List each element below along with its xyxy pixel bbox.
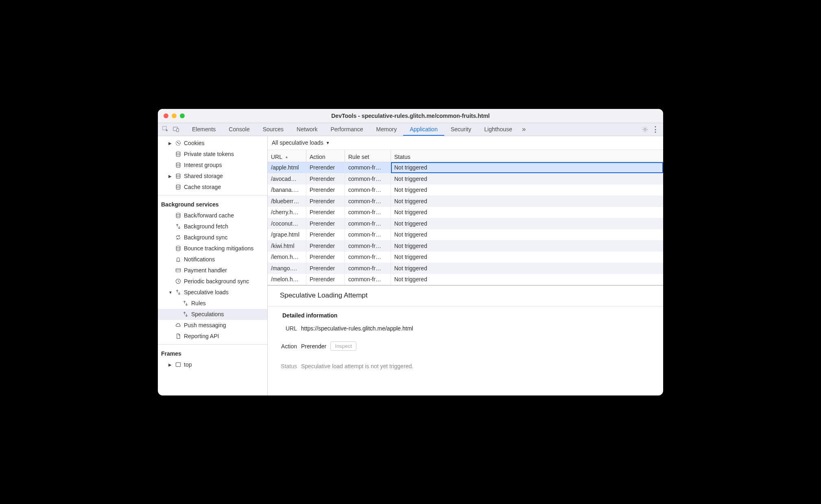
- kebab-menu-icon[interactable]: ⋮: [650, 124, 661, 135]
- content-area: All speculative loads ▼ URL▲ Action Rule…: [268, 136, 663, 395]
- tab-sources[interactable]: Sources: [256, 124, 290, 135]
- file-icon: [175, 333, 181, 339]
- speculations-table: URL▲ Action Rule set Status /apple.htmlP…: [268, 150, 663, 286]
- tab-application[interactable]: Application: [403, 124, 444, 135]
- cell-action: Prerender: [306, 207, 345, 218]
- titlebar: DevTools - speculative-rules.glitch.me/c…: [158, 109, 663, 123]
- svg-point-12: [176, 246, 180, 248]
- sidebar-item-push-messaging[interactable]: Push messaging: [158, 320, 267, 331]
- tab-network[interactable]: Network: [290, 124, 324, 135]
- table-row[interactable]: /mango.…Prerendercommon-fr…Not triggered: [268, 263, 663, 274]
- cell-status: Not triggered: [391, 240, 663, 252]
- table-row[interactable]: /cherry.h…Prerendercommon-fr…Not trigger…: [268, 207, 663, 218]
- table-row[interactable]: /banana.…Prerendercommon-fr…Not triggere…: [268, 185, 663, 196]
- frame-icon: [175, 361, 181, 368]
- sidebar-item-label: Reporting API: [184, 333, 219, 339]
- cell-rule: common-fr…: [345, 185, 391, 196]
- table-row[interactable]: /coconut…Prerendercommon-fr…Not triggere…: [268, 218, 663, 229]
- filter-dropdown[interactable]: All speculative loads ▼: [268, 136, 663, 150]
- tab-elements[interactable]: Elements: [186, 124, 222, 135]
- inspect-element-icon[interactable]: [160, 124, 171, 135]
- minimize-window-button[interactable]: [172, 113, 177, 118]
- sidebar-item-background-sync[interactable]: Background sync: [158, 232, 267, 243]
- cell-action: Prerender: [306, 263, 345, 274]
- col-header-url[interactable]: URL▲: [268, 150, 306, 162]
- table-row[interactable]: /lemon.h…Prerendercommon-fr…Not triggere…: [268, 252, 663, 263]
- sidebar-section-frames: Frames: [158, 347, 267, 359]
- sidebar-item-private-state-tokens[interactable]: Private state tokens: [158, 149, 267, 160]
- cell-status: Not triggered: [391, 252, 663, 263]
- table-row[interactable]: /melon.h…Prerendercommon-fr…Not triggere…: [268, 274, 663, 285]
- sidebar-item-cache-storage[interactable]: Cache storage: [158, 182, 267, 193]
- device-toolbar-icon[interactable]: [171, 124, 181, 135]
- sidebar-item-periodic-background-sync[interactable]: Periodic background sync: [158, 276, 267, 287]
- svg-point-6: [179, 143, 179, 144]
- cell-status: Not triggered: [391, 229, 663, 241]
- sidebar-item-top[interactable]: ▶top: [158, 359, 267, 370]
- sidebar-item-notifications[interactable]: Notifications: [158, 254, 267, 265]
- sidebar-item-rules[interactable]: Rules: [158, 298, 267, 309]
- sidebar-item-speculations[interactable]: Speculations: [158, 309, 267, 320]
- sidebar-item-cookies[interactable]: ▶Cookies: [158, 138, 267, 149]
- table-body: /apple.htmlPrerendercommon-fr…Not trigge…: [268, 162, 663, 285]
- cell-action: Prerender: [306, 173, 345, 185]
- detail-action-label: Action: [276, 343, 301, 350]
- col-header-ruleset[interactable]: Rule set: [345, 150, 391, 162]
- db-icon: [175, 173, 181, 179]
- cell-status: Not triggered: [391, 263, 663, 274]
- svg-point-10: [176, 185, 180, 186]
- tab-lighthouse[interactable]: Lighthouse: [478, 124, 519, 135]
- db-icon: [175, 151, 181, 157]
- dropdown-caret-icon: ▼: [326, 141, 330, 145]
- col-header-status[interactable]: Status: [391, 150, 663, 162]
- close-window-button[interactable]: [164, 113, 168, 118]
- table-row[interactable]: /blueberr…Prerendercommon-fr…Not trigger…: [268, 196, 663, 207]
- sidebar-item-back-forward-cache[interactable]: Back/forward cache: [158, 210, 267, 221]
- cell-rule: common-fr…: [345, 218, 391, 229]
- filter-label: All speculative loads: [272, 139, 323, 146]
- expand-arrow-icon[interactable]: ▼: [168, 290, 172, 295]
- sidebar-item-label: Payment handler: [184, 267, 227, 274]
- sidebar-section-bg: Background services: [158, 198, 267, 210]
- tab-security[interactable]: Security: [444, 124, 478, 135]
- settings-gear-icon[interactable]: [640, 124, 650, 135]
- table-row[interactable]: /avocad…Prerendercommon-fr…Not triggered: [268, 173, 663, 185]
- devtools-window: DevTools - speculative-rules.glitch.me/c…: [158, 109, 663, 395]
- sidebar-item-label: Background sync: [184, 234, 227, 241]
- tab-memory[interactable]: Memory: [370, 124, 404, 135]
- toolbar: ElementsConsoleSourcesNetworkPerformance…: [158, 123, 663, 136]
- expand-arrow-icon[interactable]: ▶: [168, 141, 172, 146]
- cloud-icon: [175, 322, 181, 328]
- expand-arrow-icon[interactable]: ▶: [168, 363, 172, 367]
- sidebar-item-label: Back/forward cache: [184, 212, 234, 219]
- sidebar-item-interest-groups[interactable]: Interest groups: [158, 160, 267, 171]
- maximize-window-button[interactable]: [180, 113, 185, 118]
- table-row[interactable]: /apple.htmlPrerendercommon-fr…Not trigge…: [268, 162, 663, 174]
- cell-url: /cherry.h…: [268, 207, 306, 218]
- sidebar-item-background-fetch[interactable]: Background fetch: [158, 221, 267, 232]
- fetch-icon: [175, 289, 181, 295]
- fetch-icon: [175, 223, 181, 230]
- inspect-button[interactable]: Inspect: [330, 341, 356, 351]
- sidebar-item-reporting-api[interactable]: Reporting API: [158, 331, 267, 342]
- table-row[interactable]: /grape.htmlPrerendercommon-fr…Not trigge…: [268, 229, 663, 241]
- sidebar-item-label: Shared storage: [184, 173, 223, 179]
- sidebar-item-shared-storage[interactable]: ▶Shared storage: [158, 171, 267, 182]
- detail-url-value: https://speculative-rules.glitch.me/appl…: [301, 325, 413, 332]
- sidebar-item-payment-handler[interactable]: Payment handler: [158, 265, 267, 276]
- svg-rect-13: [176, 269, 180, 272]
- window-controls: [158, 113, 185, 118]
- sync-icon: [175, 234, 181, 241]
- table-row[interactable]: /kiwi.htmlPrerendercommon-fr…Not trigger…: [268, 240, 663, 252]
- more-tabs-icon[interactable]: »: [519, 124, 529, 135]
- tab-performance[interactable]: Performance: [324, 124, 369, 135]
- cell-status: Not triggered: [391, 162, 663, 174]
- sidebar-item-bounce-tracking-mitigations[interactable]: Bounce tracking mitigations: [158, 243, 267, 254]
- col-header-action[interactable]: Action: [306, 150, 345, 162]
- expand-arrow-icon[interactable]: ▶: [168, 174, 172, 178]
- window-title: DevTools - speculative-rules.glitch.me/c…: [158, 113, 663, 119]
- sidebar-item-speculative-loads[interactable]: ▼Speculative loads: [158, 287, 267, 298]
- cell-status: Not triggered: [391, 274, 663, 285]
- cell-url: /coconut…: [268, 218, 306, 229]
- tab-console[interactable]: Console: [222, 124, 256, 135]
